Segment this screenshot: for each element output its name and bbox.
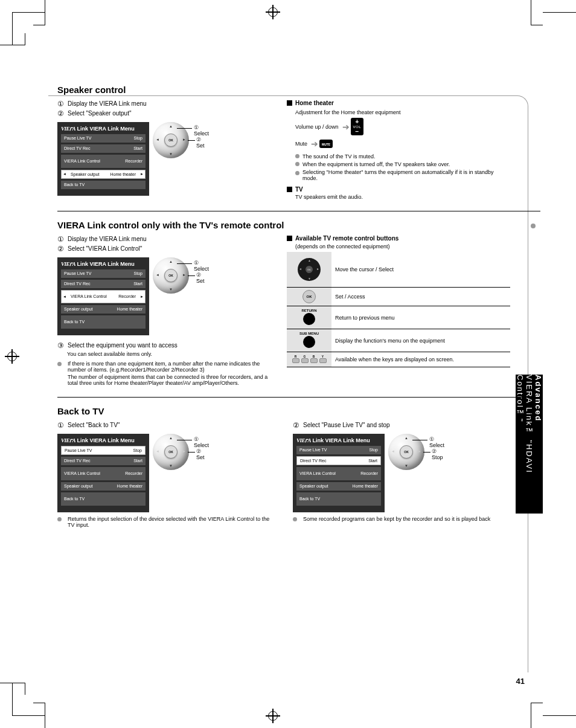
menu-row: Back to TV xyxy=(61,492,146,506)
menu-row-active: Speaker outputHome theater xyxy=(61,170,146,179)
step-num: ① xyxy=(57,235,64,243)
up-arrow-icon: ▲ xyxy=(405,436,408,440)
up-arrow-icon: ▲ xyxy=(169,436,173,440)
dpad-icon: OK ▲▼◄► xyxy=(298,258,321,281)
crop-mark xyxy=(33,703,45,728)
page-number: 41 xyxy=(516,677,525,686)
footnote-text: Some recorded programs can be kept by th… xyxy=(303,516,490,522)
sub-text: You can select available items only. xyxy=(67,351,272,357)
footnote-text: The number of equipment items that can b… xyxy=(68,374,272,386)
sub-heading: Available TV remote control buttons xyxy=(295,235,398,242)
pad-label: ② Set xyxy=(196,137,205,149)
menu-row-active: VIERA Link ControlRecorder xyxy=(61,290,146,303)
footnote-text: If there is more than one equipment item… xyxy=(68,361,272,373)
pad-label: ① Select xyxy=(194,436,209,448)
menu-row: Speaker outputHome theater xyxy=(61,482,146,491)
pad-label: ① Select xyxy=(429,436,444,448)
square-bullet-icon xyxy=(287,236,292,241)
remote-pad: OK ▲ ▼ ◄ ► ① Select ② Set xyxy=(153,257,189,294)
right-arrow-icon: ► xyxy=(418,449,421,453)
left-arrow-icon: ◄ xyxy=(391,449,395,453)
button-label: RETURN xyxy=(290,309,328,312)
remote-buttons-table: OK ▲▼◄► Move the cursor / Select OK Set … xyxy=(287,252,510,367)
body-text: TV speakers emit the audio. xyxy=(295,194,510,200)
step-text: Select "VIERA Link Control" xyxy=(68,245,142,253)
bullet-text: The sound of the TV is muted. xyxy=(302,153,375,159)
section-title: Speaker control xyxy=(57,85,540,95)
menu-row: Direct TV RecStart xyxy=(61,457,146,465)
ok-button-icon: OK xyxy=(164,445,178,459)
speaker-control-section: Speaker control ①Display the VIERA Link … xyxy=(57,85,540,200)
viera-link-menu: VIEᴦA Link VIERA Link Menu Pause Live TV… xyxy=(57,434,149,512)
menu-row: Back to TV xyxy=(61,181,146,189)
ok-button-icon: OK xyxy=(164,269,178,282)
dot-bullet-icon xyxy=(57,517,62,521)
registration-mark xyxy=(266,709,280,723)
pad-label: ① Select xyxy=(194,260,209,272)
bullet-text: When the equipment is turned off, the TV… xyxy=(302,161,450,167)
menu-row-active: Direct TV RecStart xyxy=(296,456,381,465)
dot-bullet-icon xyxy=(57,362,62,366)
down-arrow-icon: ▼ xyxy=(169,464,173,468)
table-icon-cell: OK xyxy=(287,288,331,306)
volume-button-icon: +VOL− xyxy=(351,118,364,135)
crop-mark xyxy=(33,0,45,25)
step-num: ① xyxy=(57,100,64,108)
sub-heading: TV xyxy=(295,186,303,193)
table-desc: Return to previous menu xyxy=(331,306,510,329)
content-area: Speaker control ①Display the VIERA Link … xyxy=(57,85,540,539)
return-button-icon xyxy=(303,313,315,325)
menu-row: VIERA Link ControlRecorder xyxy=(61,467,146,480)
menu-row: Direct TV RecStart xyxy=(61,144,146,153)
crop-mark xyxy=(0,683,25,695)
crop-mark xyxy=(543,12,576,45)
viera-link-menu: VIEᴦA Link VIERA Link Menu Pause Live TV… xyxy=(293,434,385,512)
menu-row: Back to TV xyxy=(61,315,146,329)
step-num: ② xyxy=(57,245,64,253)
registration-mark xyxy=(5,349,19,364)
ok-button-icon: OK xyxy=(400,445,413,459)
step-text: Select "Speaker output" xyxy=(68,109,132,117)
right-arrow-icon: ► xyxy=(182,138,186,141)
footnote-text: Returns the input selection of the devic… xyxy=(68,516,272,528)
dot-bullet-icon xyxy=(295,154,299,158)
right-arrow-icon: ► xyxy=(182,449,186,453)
table-desc: Display the function's menu on the equip… xyxy=(331,329,510,352)
up-arrow-icon: ▲ xyxy=(169,124,173,128)
step-num: ② xyxy=(293,421,299,430)
mute-button-icon: MUTE xyxy=(319,140,333,148)
section-title: VIERA Link control only with the TV's re… xyxy=(57,220,540,230)
step-num: ① xyxy=(57,421,64,430)
menu-row: Speaker outputHome theater xyxy=(61,305,146,314)
table-desc: Available when the keys are displayed on… xyxy=(331,352,510,367)
down-arrow-icon: ▼ xyxy=(169,288,173,291)
menu-row: Pause Live TVStop xyxy=(61,134,146,143)
pad-label: ② Stop xyxy=(432,448,443,460)
remote-pad: OK ▲ ▼ ◄ ► ① Select ② Set xyxy=(153,122,189,158)
arrow-right-icon: ➔ xyxy=(342,122,350,132)
color-buttons-icon: R G B Y xyxy=(290,355,328,364)
section-title: Back to TV xyxy=(57,406,540,416)
table-desc: Set / Access xyxy=(331,288,510,306)
right-arrow-icon: ► xyxy=(182,273,186,277)
left-arrow-icon: ◄ xyxy=(156,449,159,453)
up-arrow-icon: ▲ xyxy=(169,260,173,263)
crop-mark xyxy=(543,683,576,716)
table-desc: Move the cursor / Select xyxy=(331,252,510,288)
menu-row: Speaker outputHome theater xyxy=(296,482,381,491)
menu-title: VIEᴦA Link VIERA Link Menu xyxy=(61,437,146,443)
crop-mark xyxy=(0,33,25,45)
left-arrow-icon: ◄ xyxy=(156,273,159,277)
body-text: Mute xyxy=(295,141,307,147)
menu-row: Pause Live TVStop xyxy=(296,446,381,454)
step-text: Display the VIERA Link menu xyxy=(68,235,147,243)
body-text: Adjustment for the Home theater equipmen… xyxy=(295,109,510,115)
crop-mark xyxy=(531,0,543,25)
submenu-button-icon xyxy=(303,336,315,348)
menu-title: VIEᴦA Link VIERA Link Menu xyxy=(296,437,381,443)
viera-link-control-section: VIERA Link control only with the TV's re… xyxy=(57,220,540,386)
dot-bullet-icon xyxy=(293,517,297,521)
sub-heading: Home theater xyxy=(295,100,334,106)
dot-bullet-icon xyxy=(295,171,299,175)
pad-label: ② Set xyxy=(196,272,205,284)
